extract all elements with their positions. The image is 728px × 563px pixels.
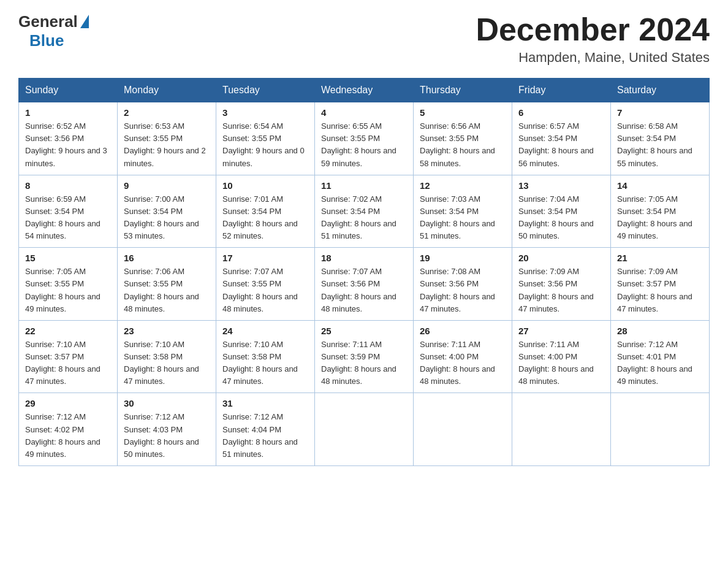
day-info: Sunrise: 7:09 AMSunset: 3:57 PMDaylight:… <box>617 266 703 315</box>
calendar-cell <box>315 393 414 466</box>
day-info: Sunrise: 7:04 AMSunset: 3:54 PMDaylight:… <box>518 193 604 243</box>
day-info: Sunrise: 7:05 AMSunset: 3:55 PMDaylight:… <box>25 266 111 315</box>
column-header-monday: Monday <box>118 79 216 102</box>
calendar-cell: 23 Sunrise: 7:10 AMSunset: 3:58 PMDaylig… <box>118 320 216 393</box>
calendar-week-row: 15 Sunrise: 7:05 AMSunset: 3:55 PMDaylig… <box>19 248 710 321</box>
day-info: Sunrise: 6:58 AMSunset: 3:54 PMDaylight:… <box>617 120 703 170</box>
calendar-cell: 17 Sunrise: 7:07 AMSunset: 3:55 PMDaylig… <box>216 248 315 321</box>
day-number: 6 <box>518 107 604 118</box>
day-info: Sunrise: 7:01 AMSunset: 3:54 PMDaylight:… <box>222 193 308 243</box>
day-number: 16 <box>124 253 210 263</box>
calendar-cell: 18 Sunrise: 7:07 AMSunset: 3:56 PMDaylig… <box>315 248 414 321</box>
day-number: 18 <box>321 253 407 263</box>
calendar-cell: 13 Sunrise: 7:04 AMSunset: 3:54 PMDaylig… <box>512 175 611 248</box>
calendar-header-row: SundayMondayTuesdayWednesdayThursdayFrid… <box>19 79 710 102</box>
day-number: 12 <box>420 180 506 191</box>
day-number: 22 <box>25 326 111 336</box>
day-number: 27 <box>518 326 604 336</box>
calendar-cell: 19 Sunrise: 7:08 AMSunset: 3:56 PMDaylig… <box>414 248 512 321</box>
logo-general-text: General <box>18 12 78 31</box>
day-info: Sunrise: 7:03 AMSunset: 3:54 PMDaylight:… <box>420 193 506 243</box>
calendar-cell: 7 Sunrise: 6:58 AMSunset: 3:54 PMDayligh… <box>611 102 710 175</box>
day-info: Sunrise: 7:10 AMSunset: 3:58 PMDaylight:… <box>222 339 308 388</box>
day-number: 26 <box>420 326 506 336</box>
day-info: Sunrise: 6:54 AMSunset: 3:55 PMDaylight:… <box>222 120 308 170</box>
column-header-wednesday: Wednesday <box>315 79 414 102</box>
day-number: 15 <box>25 253 111 263</box>
calendar-cell: 21 Sunrise: 7:09 AMSunset: 3:57 PMDaylig… <box>611 248 710 321</box>
day-info: Sunrise: 7:12 AMSunset: 4:02 PMDaylight:… <box>25 411 111 461</box>
day-info: Sunrise: 7:12 AMSunset: 4:03 PMDaylight:… <box>124 411 210 461</box>
day-number: 9 <box>124 180 210 191</box>
column-header-saturday: Saturday <box>611 79 710 102</box>
calendar-cell: 31 Sunrise: 7:12 AMSunset: 4:04 PMDaylig… <box>216 393 315 466</box>
location-subtitle: Hampden, Maine, United States <box>476 50 710 66</box>
calendar-cell: 25 Sunrise: 7:11 AMSunset: 3:59 PMDaylig… <box>315 320 414 393</box>
day-number: 24 <box>222 326 308 336</box>
day-info: Sunrise: 6:53 AMSunset: 3:55 PMDaylight:… <box>124 120 210 170</box>
calendar-cell <box>611 393 710 466</box>
calendar-cell: 14 Sunrise: 7:05 AMSunset: 3:54 PMDaylig… <box>611 175 710 248</box>
day-number: 5 <box>420 107 506 118</box>
day-info: Sunrise: 7:10 AMSunset: 3:58 PMDaylight:… <box>124 339 210 388</box>
day-number: 28 <box>617 326 703 336</box>
day-number: 29 <box>25 398 111 408</box>
day-number: 25 <box>321 326 407 336</box>
day-info: Sunrise: 6:59 AMSunset: 3:54 PMDaylight:… <box>25 193 111 243</box>
day-info: Sunrise: 6:52 AMSunset: 3:56 PMDaylight:… <box>25 120 111 170</box>
day-info: Sunrise: 7:06 AMSunset: 3:55 PMDaylight:… <box>124 266 210 315</box>
day-info: Sunrise: 7:08 AMSunset: 3:56 PMDaylight:… <box>420 266 506 315</box>
calendar-cell: 11 Sunrise: 7:02 AMSunset: 3:54 PMDaylig… <box>315 175 414 248</box>
logo: General Blue <box>18 12 89 50</box>
day-info: Sunrise: 7:07 AMSunset: 3:56 PMDaylight:… <box>321 266 407 315</box>
calendar-cell: 1 Sunrise: 6:52 AMSunset: 3:56 PMDayligh… <box>19 102 118 175</box>
logo-triangle-icon <box>80 15 89 28</box>
calendar-cell: 2 Sunrise: 6:53 AMSunset: 3:55 PMDayligh… <box>118 102 216 175</box>
calendar-cell: 28 Sunrise: 7:12 AMSunset: 4:01 PMDaylig… <box>611 320 710 393</box>
calendar-cell: 22 Sunrise: 7:10 AMSunset: 3:57 PMDaylig… <box>19 320 118 393</box>
day-info: Sunrise: 7:07 AMSunset: 3:55 PMDaylight:… <box>222 266 308 315</box>
calendar-cell: 4 Sunrise: 6:55 AMSunset: 3:55 PMDayligh… <box>315 102 414 175</box>
calendar-table: SundayMondayTuesdayWednesdayThursdayFrid… <box>18 78 710 466</box>
day-info: Sunrise: 6:56 AMSunset: 3:55 PMDaylight:… <box>420 120 506 170</box>
day-info: Sunrise: 7:12 AMSunset: 4:01 PMDaylight:… <box>617 339 703 388</box>
column-header-sunday: Sunday <box>19 79 118 102</box>
day-info: Sunrise: 7:12 AMSunset: 4:04 PMDaylight:… <box>222 411 308 461</box>
day-number: 3 <box>222 107 308 118</box>
month-title: December 2024 <box>476 12 710 47</box>
calendar-cell: 24 Sunrise: 7:10 AMSunset: 3:58 PMDaylig… <box>216 320 315 393</box>
calendar-cell: 30 Sunrise: 7:12 AMSunset: 4:03 PMDaylig… <box>118 393 216 466</box>
calendar-cell: 27 Sunrise: 7:11 AMSunset: 4:00 PMDaylig… <box>512 320 611 393</box>
calendar-cell: 12 Sunrise: 7:03 AMSunset: 3:54 PMDaylig… <box>414 175 512 248</box>
logo-blue-text: Blue <box>29 31 64 50</box>
day-info: Sunrise: 7:10 AMSunset: 3:57 PMDaylight:… <box>25 339 111 388</box>
day-number: 20 <box>518 253 604 263</box>
day-number: 2 <box>124 107 210 118</box>
logo-top: General <box>18 12 89 31</box>
calendar-cell: 15 Sunrise: 7:05 AMSunset: 3:55 PMDaylig… <box>19 248 118 321</box>
day-number: 7 <box>617 107 703 118</box>
calendar-cell: 3 Sunrise: 6:54 AMSunset: 3:55 PMDayligh… <box>216 102 315 175</box>
day-info: Sunrise: 7:02 AMSunset: 3:54 PMDaylight:… <box>321 193 407 243</box>
day-number: 30 <box>124 398 210 408</box>
day-info: Sunrise: 7:11 AMSunset: 4:00 PMDaylight:… <box>518 339 604 388</box>
calendar-cell: 10 Sunrise: 7:01 AMSunset: 3:54 PMDaylig… <box>216 175 315 248</box>
day-number: 8 <box>25 180 111 191</box>
calendar-cell <box>512 393 611 466</box>
day-info: Sunrise: 7:00 AMSunset: 3:54 PMDaylight:… <box>124 193 210 243</box>
calendar-cell: 8 Sunrise: 6:59 AMSunset: 3:54 PMDayligh… <box>19 175 118 248</box>
day-number: 17 <box>222 253 308 263</box>
day-info: Sunrise: 7:11 AMSunset: 3:59 PMDaylight:… <box>321 339 407 388</box>
column-header-thursday: Thursday <box>414 79 512 102</box>
calendar-cell: 20 Sunrise: 7:09 AMSunset: 3:56 PMDaylig… <box>512 248 611 321</box>
day-info: Sunrise: 7:05 AMSunset: 3:54 PMDaylight:… <box>617 193 703 243</box>
title-section: December 2024 Hampden, Maine, United Sta… <box>476 12 710 66</box>
day-number: 1 <box>25 107 111 118</box>
day-number: 19 <box>420 253 506 263</box>
day-number: 31 <box>222 398 308 408</box>
day-number: 14 <box>617 180 703 191</box>
calendar-cell <box>414 393 512 466</box>
day-number: 10 <box>222 180 308 191</box>
calendar-cell: 26 Sunrise: 7:11 AMSunset: 4:00 PMDaylig… <box>414 320 512 393</box>
calendar-week-row: 8 Sunrise: 6:59 AMSunset: 3:54 PMDayligh… <box>19 175 710 248</box>
